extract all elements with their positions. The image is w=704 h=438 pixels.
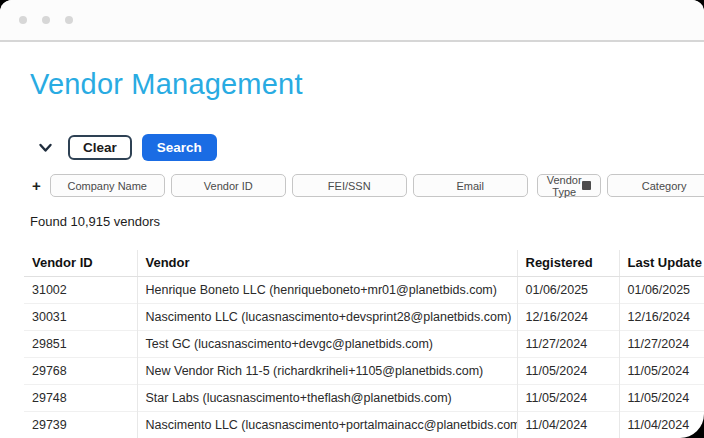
table-row[interactable]: 29768New Vendor Rich 11-5 (richardkrihel… [24, 358, 704, 385]
vendor-id-input[interactable] [171, 174, 286, 197]
fei-ssn-input[interactable] [292, 174, 407, 197]
vendor-id-cell: 29748 [24, 385, 137, 412]
company-name-input[interactable] [50, 174, 165, 197]
column-header-last-update[interactable]: Last Update [619, 250, 704, 277]
table-row[interactable]: 30031Nascimento LLC (lucasnascimento+dev… [24, 304, 704, 331]
window-control-dot[interactable] [65, 16, 73, 24]
page-content: Vendor Management Clear Search + Vendor … [0, 68, 704, 438]
registered-cell: 11/05/2024 [517, 358, 619, 385]
table-header-row: Vendor ID Vendor Registered Last Update [24, 250, 704, 277]
app-window: Vendor Management Clear Search + Vendor … [0, 0, 704, 438]
registered-cell: 11/04/2024 [517, 412, 619, 438]
registered-cell: 11/05/2024 [517, 385, 619, 412]
vendor-id-cell: 29768 [24, 358, 137, 385]
filter-row: + Vendor Type [30, 174, 704, 197]
column-header-vendor-id[interactable]: Vendor ID [24, 250, 137, 277]
category-input[interactable] [607, 174, 704, 197]
registered-cell: 11/27/2024 [517, 331, 619, 358]
vendor-cell: Nascimento LLC (lucasnascimento+devsprin… [137, 304, 517, 331]
vendor-cell: Test GC (lucasnascimento+devgc@planetbid… [137, 331, 517, 358]
vendor-type-select[interactable]: Vendor Type [537, 174, 601, 197]
window-control-dot[interactable] [42, 16, 50, 24]
page-title: Vendor Management [30, 68, 704, 101]
vendor-id-cell: 29851 [24, 331, 137, 358]
vendors-table: Vendor ID Vendor Registered Last Update … [24, 250, 704, 438]
chevron-down-icon[interactable] [38, 143, 53, 153]
search-button[interactable]: Search [142, 134, 217, 161]
column-header-vendor[interactable]: Vendor [137, 250, 517, 277]
last-update-cell: 11/05/2024 [619, 358, 704, 385]
vendor-type-dropdown-icon [582, 181, 591, 190]
registered-cell: 12/16/2024 [517, 304, 619, 331]
window-control-dot[interactable] [19, 16, 27, 24]
last-update-cell: 11/04/2024 [619, 412, 704, 438]
results-summary: Found 10,915 vendors [30, 214, 704, 229]
vendor-id-cell: 31002 [24, 277, 137, 304]
vendor-cell: Star Labs (lucasnascimento+theflash@plan… [137, 385, 517, 412]
column-header-registered[interactable]: Registered [517, 250, 619, 277]
clear-button[interactable]: Clear [68, 135, 132, 160]
last-update-cell: 11/27/2024 [619, 331, 704, 358]
window-titlebar [0, 0, 704, 42]
table-row[interactable]: 29851Test GC (lucasnascimento+devgc@plan… [24, 331, 704, 358]
vendor-id-cell: 30031 [24, 304, 137, 331]
vendor-cell: New Vendor Rich 11-5 (richardkriheli+110… [137, 358, 517, 385]
vendor-type-label: Vendor Type [547, 174, 582, 198]
last-update-cell: 12/16/2024 [619, 304, 704, 331]
last-update-cell: 11/05/2024 [619, 385, 704, 412]
email-input[interactable] [413, 174, 528, 197]
vendor-cell: Nascimento LLC (lucasnascimento+portalma… [137, 412, 517, 438]
search-toolbar: Clear Search [30, 134, 704, 161]
registered-cell: 01/06/2025 [517, 277, 619, 304]
table-row[interactable]: 31002Henrique Boneto LLC (henriqueboneto… [24, 277, 704, 304]
add-filter-icon[interactable]: + [32, 177, 41, 194]
table-row[interactable]: 29739Nascimento LLC (lucasnascimento+por… [24, 412, 704, 438]
vendor-cell: Henrique Boneto LLC (henriqueboneto+mr01… [137, 277, 517, 304]
vendor-id-cell: 29739 [24, 412, 137, 438]
last-update-cell: 01/06/2025 [619, 277, 704, 304]
table-row[interactable]: 29748Star Labs (lucasnascimento+theflash… [24, 385, 704, 412]
